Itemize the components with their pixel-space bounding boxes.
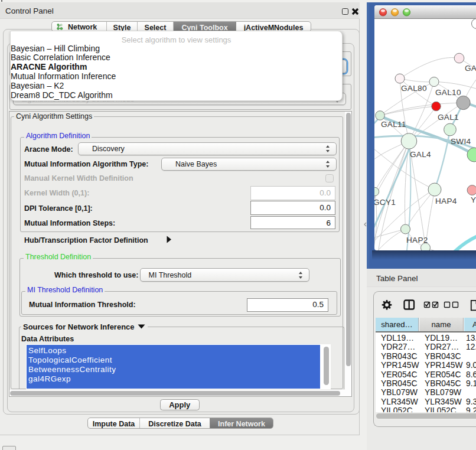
svg-text:HAP4: HAP4 — [435, 197, 457, 206]
svg-text:HAP2: HAP2 — [406, 236, 428, 244]
svg-text:GAL80: GAL80 — [401, 84, 427, 93]
svg-text:GAL11: GAL11 — [381, 120, 406, 129]
svg-text:Y: Y — [471, 195, 476, 204]
svg-text:GAL4: GAL4 — [410, 150, 431, 159]
svg-text:GCY1: GCY1 — [374, 198, 396, 207]
svg-text:GAL1: GAL1 — [438, 113, 459, 122]
svg-text:GAL10: GAL10 — [435, 88, 461, 97]
svg-text:GAL2: GAL2 — [465, 64, 476, 73]
svg-text:SWI4: SWI4 — [451, 137, 471, 146]
